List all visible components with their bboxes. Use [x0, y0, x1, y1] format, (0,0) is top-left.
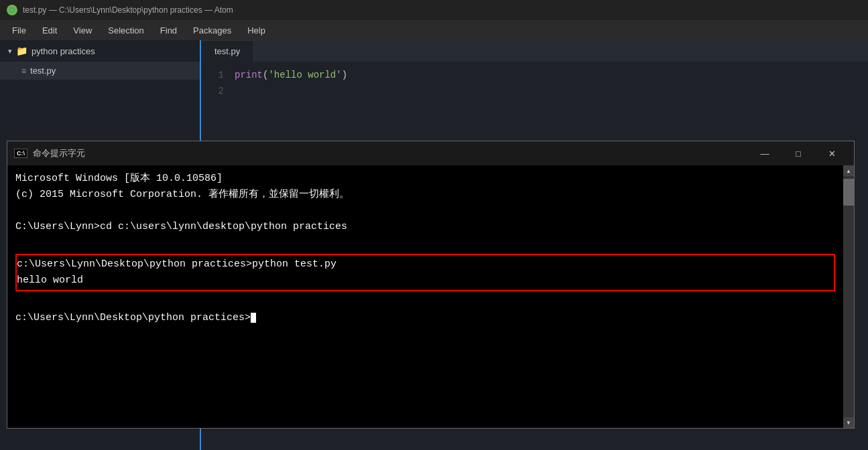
cursor-blink: [251, 313, 256, 323]
tab-bar: test.py: [201, 40, 868, 62]
print-keyword: print: [235, 70, 263, 80]
code-line-1: 1 print('hello world'): [201, 67, 868, 83]
cmd-minimize-button[interactable]: —: [749, 144, 780, 163]
line-number-1: 1: [201, 70, 235, 80]
folder-arrow-icon: ▾: [8, 47, 12, 56]
menu-bar: File Edit View Selection Find Packages H…: [0, 20, 868, 40]
cmd-line-2: (c) 2015 Microsoft Corporation. 著作權所有，並保…: [15, 187, 835, 203]
app-logo: [7, 5, 17, 15]
tab-label: test.py: [214, 46, 240, 56]
menu-selection[interactable]: Selection: [101, 23, 150, 38]
folder-icon: 📁: [16, 46, 27, 56]
cmd-highlighted-block: c:\Users\Lynn\Desktop\python practices>p…: [15, 254, 835, 291]
cmd-line-3: [15, 203, 835, 219]
cmd-highlight-line-1: c:\Users\Lynn\Desktop\python practices>p…: [17, 256, 834, 273]
menu-view[interactable]: View: [66, 23, 99, 38]
cmd-body: Microsoft Windows [版本 10.0.10586] (c) 20…: [7, 165, 854, 428]
cmd-line-5: [15, 235, 835, 251]
title-bar: test.py — C:\Users\Lynn\Desktop\python p…: [0, 0, 868, 20]
cmd-line-1: Microsoft Windows [版本 10.0.10586]: [15, 171, 835, 187]
cmd-icon: C:\: [14, 149, 27, 158]
menu-packages[interactable]: Packages: [186, 23, 238, 38]
cmd-close-button[interactable]: ✕: [816, 144, 847, 163]
scrollbar-track: [843, 176, 854, 417]
string-literal: 'hello world': [268, 70, 341, 80]
cmd-after-line-2: c:\Users\Lynn\Desktop\python practices>: [15, 310, 835, 326]
file-icon: ≡: [21, 66, 26, 76]
sidebar-file-testpy[interactable]: ≡ test.py: [0, 62, 200, 80]
tab-testpy[interactable]: test.py: [201, 40, 254, 62]
scrollbar-thumb[interactable]: [843, 179, 854, 206]
line-code-1: print('hello world'): [235, 70, 347, 80]
menu-file[interactable]: File: [5, 23, 33, 38]
cmd-controls: — □ ✕: [749, 144, 847, 163]
cmd-maximize-button[interactable]: □: [783, 144, 814, 163]
menu-edit[interactable]: Edit: [36, 23, 64, 38]
svg-point-1: [11, 9, 13, 11]
cmd-title-text: 命令提示字元: [33, 147, 744, 159]
cmd-title-bar: C:\ 命令提示字元 — □ ✕: [7, 141, 854, 165]
menu-find[interactable]: Find: [153, 23, 184, 38]
cmd-after-line-1: [15, 294, 835, 310]
line-number-2: 2: [201, 86, 235, 96]
folder-name: python practices: [32, 46, 95, 56]
cmd-highlight-line-2: hello world: [17, 273, 834, 289]
scrollbar-up-button[interactable]: ▲: [843, 165, 854, 176]
window-title: test.py — C:\Users\Lynn\Desktop\python p…: [23, 5, 233, 15]
cmd-scrollbar: ▲ ▼: [843, 165, 854, 428]
cmd-line-4: C:\Users\Lynn>cd c:\users\lynn\desktop\p…: [15, 219, 835, 235]
menu-help[interactable]: Help: [241, 23, 272, 38]
sidebar-folder[interactable]: ▾ 📁 python practices: [0, 40, 200, 62]
cmd-text-area[interactable]: Microsoft Windows [版本 10.0.10586] (c) 20…: [7, 165, 843, 428]
file-name: test.py: [30, 66, 56, 76]
scrollbar-down-button[interactable]: ▼: [843, 417, 854, 428]
cmd-window: C:\ 命令提示字元 — □ ✕ Microsoft Windows [版本 1…: [7, 141, 855, 429]
code-line-2: 2: [201, 83, 868, 99]
